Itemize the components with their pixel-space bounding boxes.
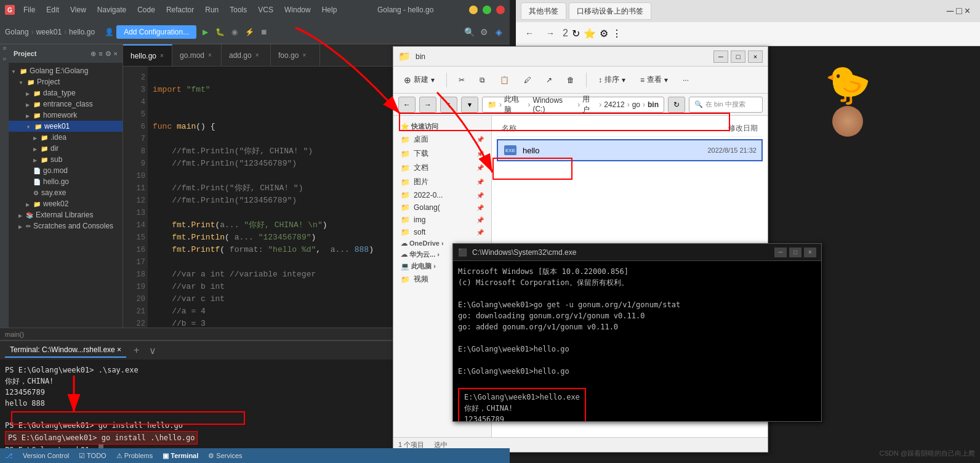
tree-idea[interactable]: 📁 .idea (9, 132, 122, 143)
problems[interactable]: ⚠ Problems (116, 452, 153, 460)
cmd-close-button[interactable]: × (804, 248, 816, 257)
breadcrumb-file[interactable]: hello.go (69, 28, 95, 36)
browser-refresh-icon[interactable]: ↻ (572, 28, 580, 39)
browser-minimize-icon[interactable]: ─ (947, 6, 954, 17)
tab-hellogo[interactable]: hello.go × (123, 44, 172, 66)
browser-back-button[interactable]: ← (521, 26, 538, 41)
nav-refresh-button[interactable]: ↻ (668, 97, 685, 113)
sidebar-documents[interactable]: 📁 文档 📌 (393, 161, 491, 175)
menu-file[interactable]: File (18, 4, 40, 15)
menu-edit[interactable]: Edit (41, 4, 64, 15)
structure-icon[interactable]: S (2, 57, 7, 60)
terminal-tab-main[interactable]: Terminal: C:\Window...rshell.exe × (5, 343, 126, 358)
nav-recent-button[interactable]: ▾ (461, 97, 478, 113)
address-bar[interactable]: 📁 › 此电脑 › Windows (C:) › 用户 › 24212 › go… (482, 97, 664, 113)
panel-settings-icon[interactable]: ⚙ (105, 50, 111, 58)
browser-more-icon[interactable]: ⋮ (612, 28, 622, 39)
cmd-minimize-button[interactable]: ─ (774, 248, 787, 257)
menu-window[interactable]: Window (279, 4, 316, 15)
stop-button[interactable]: ⏹ (258, 26, 270, 38)
maximize-button[interactable] (483, 6, 491, 14)
tree-data-type[interactable]: 📁 data_type (9, 87, 122, 99)
sidebar-2022[interactable]: 📁 2022-0... 📌 (393, 189, 491, 201)
more-button[interactable]: ··· (677, 73, 694, 87)
terminal-split-icon[interactable]: ∨ (147, 342, 159, 359)
search-icon[interactable]: 🔍 (463, 26, 475, 38)
minimize-button[interactable] (469, 6, 478, 14)
menu-help[interactable]: Help (317, 4, 342, 15)
menu-refactor[interactable]: Refactor (161, 4, 199, 15)
browser-tab-mobile[interactable]: 口移动设备上的书签 (569, 2, 651, 20)
coverage-button[interactable]: ◉ (228, 26, 241, 38)
browser-star-icon[interactable]: ⭐ (584, 28, 596, 39)
menu-run[interactable]: Run (200, 4, 223, 15)
tree-ext-libs[interactable]: 📚 External Libraries (9, 209, 122, 220)
explorer-maximize-button[interactable]: □ (731, 50, 745, 63)
tree-dir[interactable]: 📁 dir (9, 143, 122, 154)
services[interactable]: ⚙ Services (208, 452, 242, 460)
tab-gomod[interactable]: go.mod × (172, 44, 222, 66)
browser-close-icon[interactable]: × (965, 6, 970, 17)
tree-project[interactable]: 📁 Project (9, 76, 122, 87)
git-icon[interactable]: ◈ (492, 26, 505, 38)
browser-settings-icon[interactable]: ⚙ (600, 28, 608, 39)
tree-scratches[interactable]: ✏ Scratches and Consoles (9, 220, 122, 232)
add-configuration-button[interactable]: Add Configuration... (116, 25, 196, 39)
new-terminal-icon[interactable]: + (131, 342, 142, 358)
menu-code[interactable]: Code (132, 4, 160, 15)
tab-close-icon[interactable]: × (302, 52, 306, 58)
user-icon[interactable]: 👤 (105, 28, 114, 36)
sidebar-img[interactable]: 📁 img 📌 (393, 214, 491, 226)
tab-close-icon[interactable]: × (255, 52, 259, 58)
sidebar-quick-access[interactable]: ⭐ 快速访问 (393, 121, 491, 132)
tab-addgo[interactable]: add.go × (222, 44, 271, 66)
tree-week01[interactable]: 📁 week01 (9, 121, 122, 132)
explorer-minimize-button[interactable]: ─ (713, 50, 728, 63)
rename-button[interactable]: 🖊 (518, 73, 537, 87)
tree-week02[interactable]: 📁 week02 (9, 198, 122, 209)
tree-entrance[interactable]: 📁 entrance_class (9, 99, 122, 110)
copy-button[interactable]: ⧉ (474, 73, 491, 87)
nav-forward-button[interactable]: → (419, 97, 436, 113)
tree-sayexe[interactable]: ⚙ say.exe (9, 187, 122, 198)
sidebar-golang[interactable]: 📁 Golang( 📌 (393, 201, 491, 214)
panel-sync-icon[interactable]: ⊕ (90, 50, 96, 58)
sort-button[interactable]: ↕ 排序 ▾ (593, 71, 631, 88)
breadcrumb-golang[interactable]: Golang (5, 28, 29, 36)
browser-maximize-icon[interactable]: □ (956, 6, 962, 17)
close-button[interactable] (496, 6, 505, 14)
menu-vcs[interactable]: VCS (253, 4, 278, 15)
tab-close-icon[interactable]: × (208, 52, 212, 58)
settings-icon[interactable]: ⚙ (478, 26, 490, 38)
file-hello-exe[interactable]: EXE hello 2022/8/15 21:32 (497, 139, 763, 161)
cut-button[interactable]: ✂ (453, 73, 470, 87)
tree-hellogo[interactable]: 📄 hello.go (9, 176, 122, 187)
menu-tools[interactable]: Tools (225, 4, 252, 15)
panel-sort-icon[interactable]: ≡ (98, 50, 102, 58)
browser-tab-bookmarks[interactable]: 其他书签 (521, 2, 566, 20)
explorer-close-button[interactable]: × (748, 50, 763, 63)
cmd-content[interactable]: Microsoft Windows [版本 10.0.22000.856] (c… (453, 261, 821, 421)
browser-forward-button[interactable]: → (542, 26, 559, 41)
tab-foogo[interactable]: foo.go × (271, 44, 320, 66)
sidebar-desktop[interactable]: 📁 桌面 📌 (393, 132, 491, 147)
sidebar-soft[interactable]: 📁 soft 📌 (393, 226, 491, 238)
delete-button[interactable]: 🗑 (561, 73, 580, 87)
tab-close-icon[interactable]: × (160, 52, 164, 59)
breadcrumb-week01[interactable]: week01 (36, 28, 62, 36)
menu-view[interactable]: View (65, 4, 91, 15)
tree-sub[interactable]: 📁 sub (9, 154, 122, 165)
share-button[interactable]: ↗ (540, 73, 558, 87)
debug-button[interactable]: 🐛 (214, 26, 226, 38)
sidebar-pictures[interactable]: 📁 图片 📌 (393, 175, 491, 189)
new-button[interactable]: ⊕ 新建 ▾ (398, 71, 440, 88)
version-control[interactable]: Version Control (23, 452, 69, 459)
paste-button[interactable]: 📋 (494, 73, 515, 87)
run-button[interactable]: ▶ (199, 26, 211, 38)
bookmarks-icon[interactable]: B (2, 47, 7, 50)
cmd-maximize-button[interactable]: □ (789, 248, 801, 257)
tree-gomod[interactable]: 📄 go.mod (9, 165, 122, 176)
tree-golang-root[interactable]: 📁 Golang E:\Golang (9, 65, 122, 76)
sidebar-downloads[interactable]: 📁 下载 📌 (393, 147, 491, 161)
nav-up-button[interactable]: ↑ (440, 97, 457, 113)
